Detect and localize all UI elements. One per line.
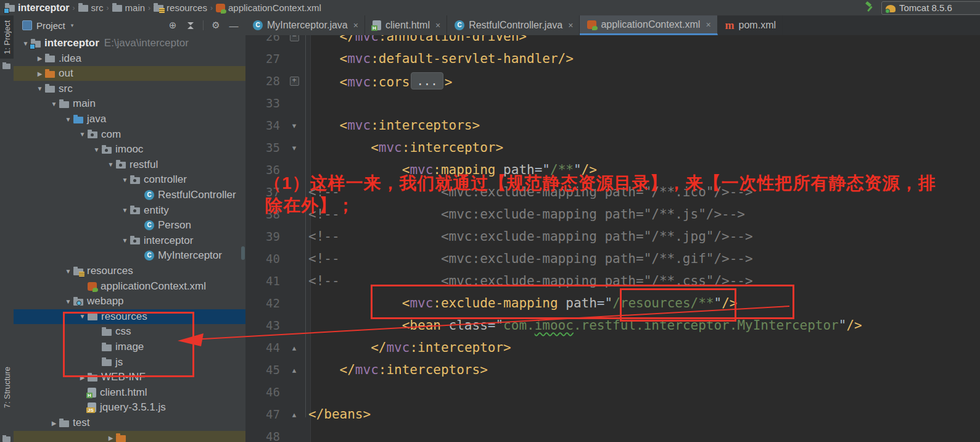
chevron-down-icon[interactable]: ▾ — [71, 22, 74, 28]
tree-item-image[interactable]: image — [14, 340, 245, 354]
tab-restfulcontroller-java[interactable]: CRestfulController.java× — [447, 15, 580, 35]
chevron-expanded-icon[interactable]: ▼ — [120, 177, 130, 183]
code-line-41[interactable]: 41<!-- <mvc:exclude-mapping path="/**.cs… — [245, 270, 980, 292]
tree-item-js[interactable]: js — [14, 355, 245, 370]
code-line-34[interactable]: 34▾ <mvc:interceptors> — [245, 114, 980, 136]
fold-up-icon[interactable]: ▴ — [292, 343, 297, 352]
chevron-expanded-icon[interactable]: ▼ — [120, 237, 130, 244]
chevron-collapsed-icon[interactable]: ▶ — [77, 374, 88, 381]
toolwindow-button-structure[interactable]: 7: Structure — [0, 354, 14, 422]
tree-item-imooc[interactable]: ▼imooc — [14, 142, 245, 157]
breadcrumb-item-src[interactable]: src — [78, 2, 104, 13]
code-line-48[interactable]: 48 — [245, 425, 980, 442]
close-icon[interactable]: × — [435, 20, 440, 30]
chevron-expanded-icon[interactable]: ▼ — [91, 146, 102, 153]
breadcrumb-item-interceptor[interactable]: interceptor — [5, 2, 70, 14]
tree-item-web-inf[interactable]: ▶WEB-INF — [14, 370, 245, 385]
close-icon[interactable]: × — [706, 20, 710, 30]
build-hammer-icon[interactable] — [864, 1, 875, 14]
chevron-collapsed-icon[interactable]: ▶ — [35, 55, 45, 62]
breadcrumb-item-main[interactable]: main — [112, 2, 146, 13]
code-editor[interactable]: 26− </mvc:annotation-driven>27 <mvc:defa… — [245, 35, 980, 442]
tab-applicationcontext-xml[interactable]: applicationContext.xml× — [580, 15, 717, 35]
code-line-27[interactable]: 27 <mvc:default-servlet-handler/> — [245, 48, 980, 70]
code-line-47[interactable]: 47▴</beans> — [245, 403, 980, 425]
tree-item-interceptor[interactable]: ▼interceptorE:\java\interceptor — [14, 36, 245, 51]
tree-item-interceptor[interactable]: ▼interceptor — [14, 233, 245, 248]
chevron-collapsed-icon[interactable]: ▶ — [35, 70, 45, 77]
code-line-26[interactable]: 26− </mvc:annotation-driven> — [245, 35, 980, 48]
tree-item-applicationcontext-xml[interactable]: applicationContext.xml — [14, 279, 245, 294]
code-line-46[interactable]: 46 — [245, 381, 980, 403]
close-icon[interactable]: × — [353, 20, 358, 30]
tree-item-partial[interactable]: ▶ — [14, 431, 245, 442]
chevron-collapsed-icon[interactable]: ▶ — [49, 420, 59, 427]
chevron-expanded-icon[interactable]: ▼ — [77, 131, 88, 138]
tab-pom-xml[interactable]: mpom.xml — [718, 15, 783, 35]
code-line-44[interactable]: 44▴ </mvc:interceptor> — [245, 336, 980, 359]
fold-up-icon[interactable]: ▴ — [292, 410, 297, 419]
tree-item-main[interactable]: ▼main — [14, 96, 245, 111]
locate-file-icon[interactable]: ⊕ — [166, 20, 179, 31]
tree-item-test[interactable]: ▶test — [14, 415, 245, 430]
tree-item-out[interactable]: ▶out — [14, 66, 245, 81]
chevron-expanded-icon[interactable]: ▼ — [105, 161, 116, 168]
chevron-expanded-icon[interactable]: ▼ — [77, 313, 88, 320]
tab-client-html[interactable]: client.html× — [365, 15, 447, 35]
tree-item-entity[interactable]: ▼entity — [14, 203, 245, 218]
tab-myinterceptor-java[interactable]: CMyInterceptor.java× — [245, 15, 365, 35]
code-line-38[interactable]: 38<!-- <mvc:exclude-mapping path="/**.js… — [245, 203, 980, 225]
tree-item-client-html[interactable]: client.html — [14, 385, 245, 400]
code-line-42[interactable]: 42 <mvc:exclude-mapping path="/resources… — [245, 292, 980, 314]
code-line-37[interactable]: 37<!-- <mvc:exclude-mapping path="/**.ic… — [245, 181, 980, 203]
close-icon[interactable]: × — [568, 20, 573, 30]
tree-item-java[interactable]: ▼java — [14, 112, 245, 127]
project-panel-title[interactable]: Project — [36, 20, 65, 31]
tree-item-resources[interactable]: ▼resources — [14, 309, 245, 324]
tree-item-restful[interactable]: ▼restful — [14, 157, 245, 172]
fold-marker-icon[interactable]: − — [280, 35, 308, 41]
chevron-expanded-icon[interactable]: ▼ — [63, 268, 73, 275]
chevron-expanded-icon[interactable]: ▼ — [35, 85, 45, 92]
collapse-all-icon[interactable] — [184, 22, 197, 29]
fold-up-icon[interactable]: ▴ — [292, 365, 297, 375]
fold-marker-icon[interactable]: ▾ — [280, 121, 308, 130]
fold-marker-icon[interactable]: + — [280, 77, 308, 86]
gear-icon[interactable]: ⚙ — [209, 20, 223, 31]
fold-marker-icon[interactable]: ▴ — [280, 365, 308, 375]
tree-item-jquery-3-5-1-js[interactable]: jquery-3.5.1.js — [14, 400, 245, 415]
tree-item--idea[interactable]: ▶.idea — [14, 51, 245, 66]
tree-item-controller[interactable]: ▼controller — [14, 172, 245, 187]
fold-marker-icon[interactable]: ▴ — [280, 410, 308, 419]
fold-plus-icon[interactable]: + — [290, 77, 299, 86]
tree-item-restfulcontroller[interactable]: CRestfulController — [14, 188, 245, 202]
chevron-expanded-icon[interactable]: ▼ — [49, 101, 59, 107]
chevron-collapsed-icon[interactable]: ▶ — [105, 435, 116, 441]
code-line-45[interactable]: 45▴ </mvc:interceptors> — [245, 359, 980, 381]
code-line-36[interactable]: 36 <mvc:mapping path="/**"/> — [245, 159, 980, 181]
chevron-expanded-icon[interactable]: ▼ — [63, 116, 73, 123]
code-line-40[interactable]: 40<!-- <mvc:exclude-mapping path="/**.gi… — [245, 248, 980, 270]
tree-item-css[interactable]: css — [14, 324, 245, 339]
run-configuration-select[interactable]: Tomcat 8.5.6 — [881, 1, 980, 15]
fold-minus-icon[interactable]: − — [290, 35, 299, 41]
tree-item-com[interactable]: ▼com — [14, 127, 245, 142]
toolwindow-button-project[interactable]: 1: Project — [0, 15, 14, 59]
folded-region[interactable]: ... — [411, 72, 443, 90]
tree-item-person[interactable]: CPerson — [14, 218, 245, 233]
code-line-39[interactable]: 39<!-- <mvc:exclude-mapping path="/**.jp… — [245, 225, 980, 248]
tree-item-src[interactable]: ▼src — [14, 81, 245, 96]
code-line-28[interactable]: 28+ <mvc:cors...> — [245, 70, 980, 92]
tree-item-resources[interactable]: ▼resources — [14, 264, 245, 278]
fold-down-icon[interactable]: ▾ — [292, 143, 297, 152]
tree-item-webapp[interactable]: ▼webapp — [14, 294, 245, 309]
breadcrumb-item-applicationcontext-xml[interactable]: applicationContext.xml — [216, 2, 321, 13]
tree-item-myinterceptor[interactable]: CMyInterceptor — [14, 248, 245, 263]
hide-panel-icon[interactable]: — — [227, 20, 241, 31]
chevron-expanded-icon[interactable]: ▼ — [63, 298, 73, 305]
breadcrumb-item-resources[interactable]: resources — [154, 2, 207, 13]
code-line-35[interactable]: 35▾ <mvc:interceptor> — [245, 136, 980, 159]
code-line-43[interactable]: 43 <bean class="com.imooc.restful.interc… — [245, 314, 980, 336]
code-line-33[interactable]: 33 — [245, 92, 980, 114]
fold-down-icon[interactable]: ▾ — [292, 121, 297, 130]
